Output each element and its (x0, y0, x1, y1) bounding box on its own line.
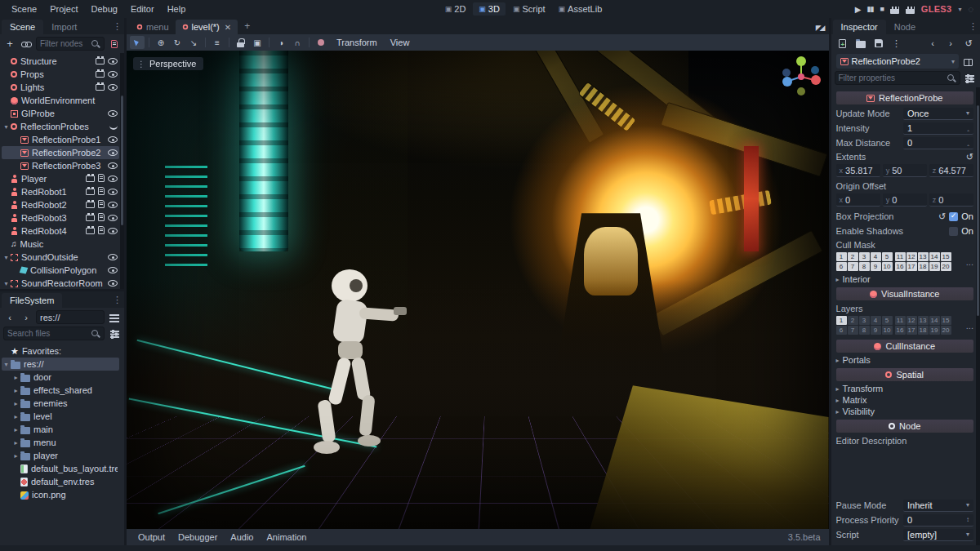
visibility-toggle-icon[interactable] (108, 213, 118, 223)
tool-scale-button[interactable]: ↘ (186, 36, 201, 49)
bit-6[interactable]: 6 (836, 326, 847, 335)
expander-icon[interactable]: ▸ (11, 413, 20, 420)
list-select-button[interactable]: ≡ (210, 36, 225, 49)
groups-icon[interactable] (86, 174, 95, 184)
bit-13[interactable]: 13 (918, 252, 929, 261)
visibility-toggle-icon[interactable] (108, 252, 118, 262)
script-icon[interactable] (98, 226, 105, 236)
scene-tree-item[interactable]: CollisionPolygon (2, 264, 119, 277)
bit-17[interactable]: 17 (906, 326, 917, 335)
axis-gizmo[interactable] (780, 56, 822, 98)
visibility-toggle-icon[interactable] (108, 69, 118, 79)
resource-menu-icon[interactable]: ⋮ (890, 37, 903, 50)
scene-tree-item[interactable]: WorldEnvironment (2, 94, 119, 107)
visibility-toggle-icon[interactable] (108, 226, 118, 236)
filesystem-item[interactable]: ▾res:// (2, 358, 119, 371)
category-cullinstance[interactable]: CullInstance (836, 340, 973, 353)
add-node-button[interactable]: + (3, 38, 16, 51)
inspector-scrollbar[interactable] (976, 87, 980, 545)
filesystem-item[interactable]: ▸door (2, 371, 119, 384)
filesystem-item[interactable]: default_env.tres (2, 475, 119, 488)
groups-icon[interactable] (86, 187, 95, 197)
load-resource-button[interactable] (854, 37, 867, 50)
bit-3[interactable]: 3 (859, 252, 870, 261)
bit-10[interactable]: 10 (882, 326, 893, 335)
grid-more-button[interactable]: ... (966, 321, 973, 331)
groups-icon[interactable] (96, 56, 105, 66)
menu-help[interactable]: Help (161, 2, 193, 16)
menu-debug[interactable]: Debug (84, 2, 123, 16)
bit-9[interactable]: 9 (871, 262, 881, 271)
tab-inspector[interactable]: Inspector (833, 20, 886, 34)
fs-path-box[interactable]: res:// (36, 310, 105, 324)
dock-menu-icon[interactable]: ⋮ (113, 295, 122, 305)
bit-20[interactable]: 20 (941, 326, 951, 335)
tab-scene[interactable]: Scene (2, 20, 43, 34)
bit-5[interactable]: 5 (882, 252, 893, 261)
expander-icon[interactable]: ▸ (11, 452, 20, 460)
filesystem-item[interactable]: ▸effects_shared (2, 384, 119, 397)
vector-y-field[interactable]: y0 (883, 193, 927, 207)
renderer-select[interactable]: GLES3 (921, 4, 952, 14)
expand-viewport-icon[interactable]: ◤◢ (816, 24, 824, 32)
bit-15[interactable]: 15 (941, 316, 951, 325)
bit-8[interactable]: 8 (859, 326, 870, 335)
filesystem-item[interactable]: icon.png (2, 488, 119, 501)
bit-2[interactable]: 2 (848, 252, 858, 261)
stop-button[interactable]: ■ (880, 5, 883, 13)
fs-forward-button[interactable]: › (20, 311, 33, 324)
section-matrix[interactable]: ▸Matrix (836, 394, 973, 406)
section-transform[interactable]: ▸Transform (836, 383, 973, 394)
groups-icon[interactable] (96, 69, 105, 79)
scene-tree-item[interactable]: Props (2, 68, 119, 81)
section-interior[interactable]: ▸Interior (836, 273, 973, 285)
scene-filter-input[interactable] (40, 39, 88, 48)
visibility-toggle-icon[interactable] (108, 187, 118, 197)
dock-menu-icon[interactable]: ⋮ (113, 21, 122, 32)
bit-11[interactable]: 11 (895, 316, 906, 325)
workspace-assetlib[interactable]: ▣AssetLib (553, 2, 608, 16)
perspective-menu[interactable]: ⋮ Perspective (133, 57, 203, 70)
update-spinner-icon[interactable]: ◌ (968, 4, 973, 14)
menu-view[interactable]: View (384, 38, 416, 47)
expander-icon[interactable]: ▾ (2, 280, 11, 287)
bit-7[interactable]: 7 (848, 326, 858, 335)
tool-rotate-button[interactable]: ↻ (170, 36, 185, 49)
bit-17[interactable]: 17 (906, 262, 917, 271)
bit-5[interactable]: 5 (882, 316, 893, 325)
checkbox[interactable] (949, 212, 958, 221)
expander-icon[interactable]: ▾ (2, 254, 11, 261)
fs-sort-button[interactable] (108, 327, 121, 340)
visibility-off-icon[interactable] (109, 122, 118, 131)
groups-icon[interactable] (96, 82, 105, 92)
filesystem-item[interactable]: ▸level (2, 410, 119, 423)
menu-scene[interactable]: Scene (5, 2, 43, 16)
new-scene-tab-button[interactable]: + (238, 20, 256, 34)
vector-x-field[interactable]: x0 (836, 193, 880, 207)
bit-16[interactable]: 16 (895, 326, 906, 335)
scene-tree-item[interactable]: ▾SoundOutside (2, 251, 119, 264)
bit-1[interactable]: 1 (836, 252, 847, 261)
visibility-toggle-icon[interactable] (108, 278, 118, 288)
history-forward-button[interactable]: › (944, 37, 957, 50)
script-icon[interactable] (98, 187, 105, 197)
bit-16[interactable]: 16 (895, 262, 906, 271)
close-tab-icon[interactable]: ✕ (225, 23, 231, 32)
bottom-tab-output[interactable]: Output (131, 531, 172, 544)
expander-icon[interactable]: ▸ (11, 387, 20, 394)
bit-11[interactable]: 11 (895, 252, 906, 261)
scene-tab-menu[interactable]: menu (130, 20, 176, 34)
scene-tree-item[interactable]: ReflectionProbe3 (2, 159, 119, 172)
menu-editor[interactable]: Editor (124, 2, 161, 16)
object-selector[interactable]: ReflectionProbe2 ▾ (836, 54, 959, 69)
snap-button[interactable]: ∩ (290, 36, 305, 49)
groups-icon[interactable] (86, 213, 95, 223)
scene-tree-item[interactable]: RedRobot3 (2, 211, 119, 224)
scene-tree-item[interactable]: GIProbe (2, 107, 119, 120)
menu-transform[interactable]: Transform (330, 38, 384, 47)
tab-import[interactable]: Import (43, 20, 85, 34)
save-resource-button[interactable] (872, 37, 885, 50)
filesystem-item[interactable]: ▸menu (2, 436, 119, 449)
bit-14[interactable]: 14 (929, 316, 940, 325)
property-number[interactable]: 0‸ (903, 137, 973, 149)
